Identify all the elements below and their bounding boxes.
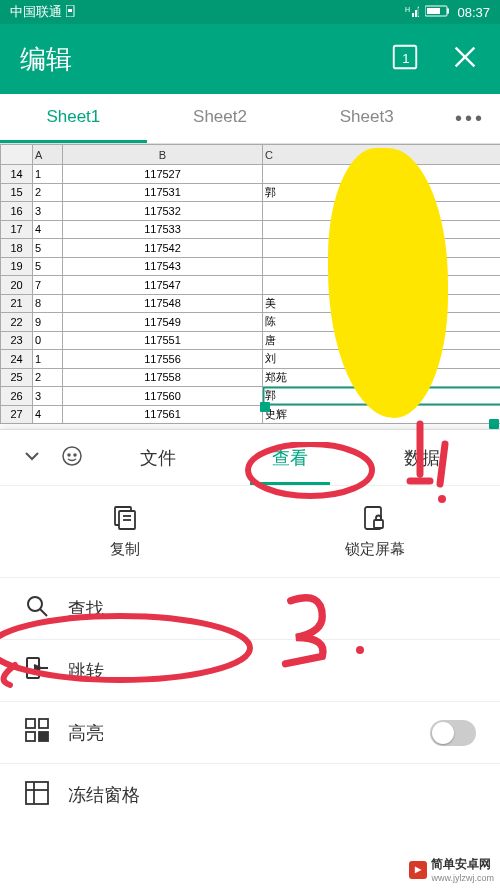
row-number[interactable]: 23 xyxy=(1,331,33,350)
goto-menu-item[interactable]: 跳转 xyxy=(0,640,500,702)
assistant-icon[interactable] xyxy=(52,444,92,472)
cell[interactable]: 1 xyxy=(33,350,63,369)
tab-file[interactable]: 文件 xyxy=(92,430,224,485)
cell[interactable]: 117560 xyxy=(63,387,263,406)
row-number[interactable]: 25 xyxy=(1,368,33,387)
highlight-toggle[interactable] xyxy=(430,720,476,746)
cell[interactable]: 9 xyxy=(33,313,63,332)
cell[interactable]: 郭 xyxy=(263,387,501,406)
find-menu-item[interactable]: 查找 xyxy=(0,578,500,640)
cell[interactable]: 郑苑 xyxy=(263,368,501,387)
highlight-menu-item[interactable]: 高亮 xyxy=(0,702,500,764)
cell[interactable]: 117533 xyxy=(63,220,263,239)
sheet-tab-2[interactable]: Sheet2 xyxy=(147,94,294,143)
cell[interactable]: 117531 xyxy=(63,183,263,202)
table-row[interactable]: 195117543 xyxy=(1,257,501,276)
table-row[interactable]: 274117561史辉 xyxy=(1,405,501,424)
selection-handle-right[interactable] xyxy=(489,419,499,429)
cell[interactable] xyxy=(263,276,501,295)
col-header-a[interactable]: A xyxy=(33,145,63,165)
table-row[interactable]: 207117547 xyxy=(1,276,501,295)
cell[interactable]: 117532 xyxy=(63,202,263,221)
sheet-tab-3[interactable]: Sheet3 xyxy=(293,94,440,143)
row-number[interactable]: 26 xyxy=(1,387,33,406)
freeze-menu-item[interactable]: 冻结窗格 xyxy=(0,764,500,826)
cell[interactable]: 唐 xyxy=(263,331,501,350)
cell[interactable] xyxy=(263,220,501,239)
cell[interactable]: 2 xyxy=(33,183,63,202)
table-row[interactable]: 241117556刘 xyxy=(1,350,501,369)
cell[interactable]: 1 xyxy=(33,165,63,184)
lock-screen-button[interactable]: 锁定屏幕 xyxy=(250,504,500,559)
spreadsheet-grid[interactable]: A B C 141117527152117531郭163117532174117… xyxy=(0,144,500,432)
cell[interactable]: 史辉 xyxy=(263,405,501,424)
row-number[interactable]: 20 xyxy=(1,276,33,295)
row-number[interactable]: 17 xyxy=(1,220,33,239)
tab-view[interactable]: 查看 xyxy=(224,430,356,485)
table-row[interactable]: 141117527 xyxy=(1,165,501,184)
col-header-c[interactable]: C xyxy=(263,145,501,165)
row-number[interactable]: 22 xyxy=(1,313,33,332)
cell[interactable]: 117527 xyxy=(63,165,263,184)
close-icon[interactable] xyxy=(450,42,480,76)
table-row[interactable]: 152117531郭 xyxy=(1,183,501,202)
table-row[interactable]: 263117560郭 xyxy=(1,387,501,406)
cell[interactable]: 117547 xyxy=(63,276,263,295)
sheet-more-button[interactable]: ••• xyxy=(440,107,500,130)
table-row[interactable]: 230117551唐 xyxy=(1,331,501,350)
cell[interactable] xyxy=(263,165,501,184)
cell[interactable]: 0 xyxy=(33,331,63,350)
cell[interactable]: 7 xyxy=(33,276,63,295)
table-row[interactable]: 252117558郑苑 xyxy=(1,368,501,387)
cell[interactable]: 117542 xyxy=(63,239,263,258)
cell[interactable]: 117551 xyxy=(63,331,263,350)
table-row[interactable]: 174117533 xyxy=(1,220,501,239)
row-number[interactable]: 19 xyxy=(1,257,33,276)
row-number[interactable]: 21 xyxy=(1,294,33,313)
svg-rect-3 xyxy=(412,13,414,17)
copy-button[interactable]: 复制 xyxy=(0,504,250,559)
cell[interactable]: 5 xyxy=(33,239,63,258)
row-number[interactable]: 24 xyxy=(1,350,33,369)
selection-handle-left[interactable] xyxy=(260,402,270,412)
table-row[interactable]: 218117548美 xyxy=(1,294,501,313)
cell[interactable]: 美 xyxy=(263,294,501,313)
highlight-icon xyxy=(24,717,50,748)
lock-screen-label: 锁定屏幕 xyxy=(345,540,405,557)
cell[interactable] xyxy=(263,257,501,276)
cell[interactable]: 117548 xyxy=(63,294,263,313)
cell[interactable]: 陈 xyxy=(263,313,501,332)
cell[interactable]: 117556 xyxy=(63,350,263,369)
cell[interactable] xyxy=(263,202,501,221)
row-number[interactable]: 16 xyxy=(1,202,33,221)
table-row[interactable]: 229117549陈 xyxy=(1,313,501,332)
cell[interactable]: 刘 xyxy=(263,350,501,369)
row-number[interactable]: 18 xyxy=(1,239,33,258)
cell[interactable]: 117549 xyxy=(63,313,263,332)
svg-rect-4 xyxy=(415,10,417,17)
cell[interactable]: 3 xyxy=(33,387,63,406)
cell[interactable] xyxy=(263,239,501,258)
collapse-sheet-button[interactable] xyxy=(12,446,52,470)
sheet-tab-1[interactable]: Sheet1 xyxy=(0,94,147,143)
cell[interactable]: 117561 xyxy=(63,405,263,424)
cell[interactable]: 117543 xyxy=(63,257,263,276)
row-number[interactable]: 27 xyxy=(1,405,33,424)
toggle-pane-icon[interactable]: 1 xyxy=(390,42,420,76)
cell[interactable]: 4 xyxy=(33,220,63,239)
cell[interactable]: 3 xyxy=(33,202,63,221)
cell[interactable]: 5 xyxy=(33,257,63,276)
table-row[interactable]: 163117532 xyxy=(1,202,501,221)
row-number[interactable]: 15 xyxy=(1,183,33,202)
row-number[interactable]: 14 xyxy=(1,165,33,184)
cell[interactable]: 2 xyxy=(33,368,63,387)
col-header-b[interactable]: B xyxy=(63,145,263,165)
cell[interactable]: 117558 xyxy=(63,368,263,387)
table-row[interactable]: 185117542 xyxy=(1,239,501,258)
tab-data[interactable]: 数据 xyxy=(356,430,488,485)
corner-cell[interactable] xyxy=(1,145,33,165)
cell[interactable]: 郭 xyxy=(263,183,501,202)
cell[interactable]: 4 xyxy=(33,405,63,424)
svg-rect-5 xyxy=(418,7,419,17)
cell[interactable]: 8 xyxy=(33,294,63,313)
